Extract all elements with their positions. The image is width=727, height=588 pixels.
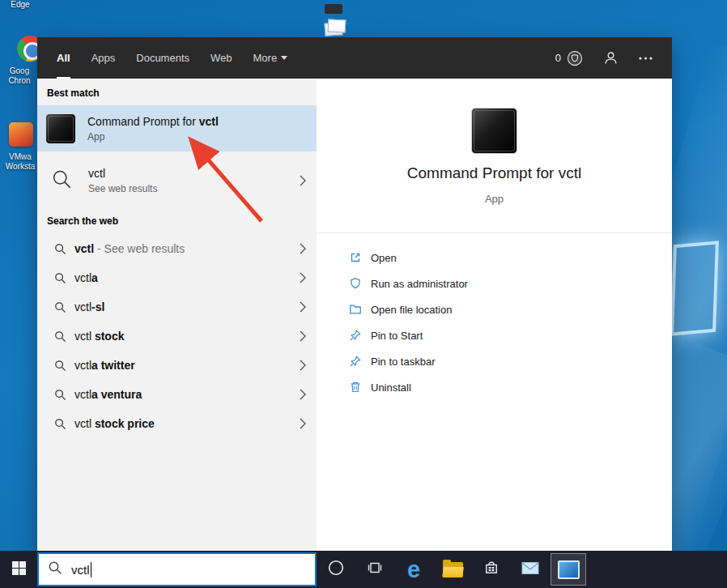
web-search-result[interactable]: vctl See web results (37, 158, 317, 203)
web-result-title: vctl (88, 167, 157, 180)
desktop-icon-label-chip (325, 4, 342, 14)
chevron-right-icon[interactable] (299, 242, 307, 255)
folder-icon (349, 303, 363, 316)
start-button[interactable] (0, 551, 37, 588)
store-icon (483, 560, 500, 579)
tab-documents[interactable]: Documents (136, 37, 189, 79)
pin-to-taskbar-action[interactable]: Pin to taskbar (317, 348, 672, 374)
cortana-button[interactable] (317, 551, 355, 588)
search-icon (54, 389, 66, 401)
mail-icon (521, 561, 539, 578)
pin-icon (349, 355, 363, 368)
vmware-desktop-icon[interactable] (9, 122, 33, 147)
store-button[interactable] (472, 551, 511, 588)
chevron-right-icon[interactable] (299, 417, 307, 430)
preview-type: App (317, 193, 672, 205)
best-match-title: Command Prompt for vctl (87, 115, 219, 128)
edge-button[interactable] (394, 551, 433, 588)
preview-title: Command Prompt for vctl (317, 164, 672, 182)
ellipsis-icon[interactable] (639, 57, 653, 60)
web-result-subtitle: See web results (88, 183, 157, 194)
search-the-web-header: Search the web (47, 215, 118, 227)
file-explorer-button[interactable] (433, 551, 472, 588)
vmware-icon (558, 560, 580, 579)
search-suggestion[interactable]: vctl-sl (37, 292, 317, 322)
cortana-icon (327, 559, 345, 580)
search-icon (54, 360, 66, 372)
tab-all[interactable]: All (57, 37, 70, 79)
papers-icon[interactable] (325, 19, 346, 37)
desktop-icon-vmware-label[interactable]: VMwa Worksta (0, 152, 40, 172)
taskbar-search-value: vctl (71, 563, 90, 577)
best-match-type: App (87, 131, 219, 143)
open-action[interactable]: Open (317, 245, 672, 271)
search-flyout-panel: All Apps Documents Web More 0 (37, 37, 672, 551)
text-cursor (91, 562, 91, 577)
rewards-counter[interactable]: 0 (555, 50, 583, 66)
search-results-pane: Best match Command Prompt for vctl App v… (37, 79, 317, 551)
search-icon (48, 560, 62, 578)
result-preview-pane: Command Prompt for vctl App Open Run as … (317, 79, 672, 551)
search-icon (54, 330, 66, 343)
chevron-down-icon (281, 56, 287, 60)
search-suggestion[interactable]: vctl - See web results (37, 234, 317, 263)
task-view-button[interactable] (355, 551, 394, 588)
chevron-right-icon[interactable] (299, 388, 307, 401)
chevron-right-icon[interactable] (299, 359, 307, 372)
open-file-location-action[interactable]: Open file location (317, 296, 672, 322)
desktop: Edge Goog Chron VMwa Worksta All Apps Do… (0, 0, 727, 588)
task-view-icon (367, 560, 383, 579)
best-match-result[interactable]: Command Prompt for vctl App (37, 105, 317, 151)
search-icon (54, 272, 66, 284)
search-suggestion[interactable]: vctla (37, 263, 317, 292)
search-suggestion[interactable]: vctl stock price (37, 409, 317, 438)
search-filter-bar: All Apps Documents Web More 0 (37, 37, 672, 79)
chevron-right-icon[interactable] (299, 330, 307, 343)
desktop-icon-chrome-label[interactable]: Goog Chron (2, 66, 37, 86)
pin-to-start-action[interactable]: Pin to Start (317, 322, 672, 348)
chevron-right-icon[interactable] (299, 300, 307, 313)
divider (317, 232, 672, 233)
desktop-icon-edge-label[interactable]: Edge (5, 0, 36, 10)
chevron-right-icon[interactable] (299, 271, 307, 284)
wallpaper-window-glow (670, 241, 719, 335)
tab-apps[interactable]: Apps (91, 37, 116, 79)
search-icon (54, 243, 66, 255)
run-as-administrator-action[interactable]: Run as administrator (317, 271, 672, 296)
tab-more[interactable]: More (253, 37, 288, 79)
taskbar: vctl (0, 551, 727, 588)
uninstall-action[interactable]: Uninstall (317, 374, 672, 400)
pin-icon (349, 329, 363, 342)
rewards-icon (567, 50, 583, 66)
open-icon (349, 251, 363, 264)
search-suggestion[interactable]: vctl stock (37, 322, 317, 351)
search-icon (54, 301, 66, 313)
shield-icon (349, 277, 363, 290)
mail-button[interactable] (511, 551, 550, 588)
tab-web[interactable]: Web (210, 37, 232, 79)
action-list: Open Run as administrator Open file loca… (317, 245, 672, 400)
file-explorer-icon (443, 562, 463, 577)
taskbar-search-box[interactable]: vctl (37, 552, 317, 586)
search-suggestion[interactable]: vctla ventura (37, 380, 317, 409)
command-prompt-icon (45, 113, 76, 144)
search-suggestion[interactable]: vctla twitter (37, 351, 317, 380)
search-icon (54, 418, 66, 430)
command-prompt-icon (471, 108, 517, 154)
chevron-right-icon[interactable] (299, 174, 307, 187)
search-icon (51, 168, 73, 194)
windows-logo-icon (12, 561, 26, 578)
suggestion-list: vctl - See web results vctla vctl-sl vct… (37, 234, 317, 438)
trash-icon (349, 381, 363, 394)
vmware-taskbar-button[interactable] (551, 553, 586, 586)
best-match-header: Best match (47, 87, 100, 99)
edge-icon (407, 556, 420, 583)
user-icon[interactable] (604, 51, 618, 65)
